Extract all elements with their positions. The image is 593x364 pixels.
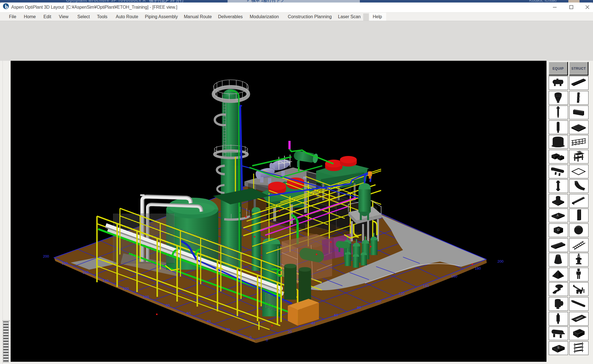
svg-text:120: 120 — [123, 286, 129, 291]
svg-text:80: 80 — [357, 305, 361, 310]
svg-text:G: G — [557, 228, 560, 232]
svg-text:100: 100 — [143, 295, 149, 299]
svg-text:80: 80 — [166, 303, 170, 307]
svg-text:140: 140 — [103, 279, 109, 283]
svg-text:160: 160 — [451, 274, 457, 278]
svg-text:100: 100 — [375, 299, 381, 304]
svg-text:60: 60 — [187, 311, 191, 315]
svg-text:160: 160 — [82, 270, 89, 275]
svg-text:40: 40 — [207, 319, 211, 323]
svg-text:A: A — [556, 213, 559, 217]
svg-text:140: 140 — [423, 284, 429, 288]
svg-text:200: 200 — [497, 259, 504, 263]
svg-text:200: 200 — [43, 254, 49, 258]
svg-text:20: 20 — [226, 327, 230, 332]
svg-text:0: 0 — [250, 335, 252, 339]
svg-text:S: S — [557, 346, 560, 349]
svg-text:60: 60 — [334, 313, 338, 317]
svg-text:180: 180 — [62, 261, 68, 265]
svg-text:40: 40 — [311, 321, 315, 325]
svg-text:180: 180 — [475, 266, 481, 270]
svg-text:0: 0 — [266, 338, 268, 342]
svg-text:120: 120 — [399, 291, 405, 296]
svg-text:20: 20 — [288, 330, 292, 334]
